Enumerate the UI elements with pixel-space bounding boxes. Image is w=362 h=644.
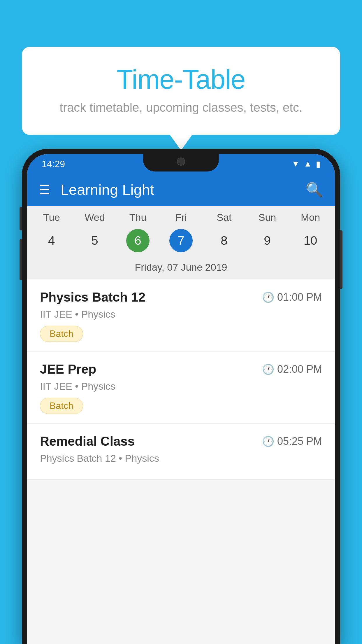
tooltip-subtitle: track timetable, upcoming classes, tests… <box>39 101 323 115</box>
date-8[interactable]: 8 <box>212 229 236 252</box>
dates-row: 4 5 6 7 8 9 10 <box>27 226 335 258</box>
date-cell-4[interactable]: 4 <box>30 229 73 252</box>
weekday-sat: Sat <box>203 212 246 223</box>
batch-badge-2: Batch <box>40 398 83 414</box>
event-header-2: JEE Prep 🕐 02:00 PM <box>40 362 322 377</box>
status-time: 14:29 <box>42 159 65 169</box>
weekday-thu: Thu <box>116 212 159 223</box>
weekdays-row: Tue Wed Thu Fri Sat Sun Mon <box>27 206 335 226</box>
weekday-mon: Mon <box>289 212 332 223</box>
wifi-icon: ▼ <box>292 159 300 169</box>
phone-volume-down-button <box>20 239 22 280</box>
event-title-1: Physics Batch 12 <box>40 290 145 304</box>
event-card-jee-prep[interactable]: JEE Prep 🕐 02:00 PM IIT JEE • Physics Ba… <box>27 351 335 424</box>
clock-icon-2: 🕐 <box>262 363 274 375</box>
phone-camera <box>177 158 185 166</box>
date-10[interactable]: 10 <box>299 229 322 252</box>
event-meta-1: IIT JEE • Physics <box>40 309 322 320</box>
event-title-3: Remedial Class <box>40 434 135 449</box>
date-9[interactable]: 9 <box>256 229 279 252</box>
phone-frame: 14:29 ▼ ▲ ▮ ☰ Learning Light 🔍 Tue Wed T… <box>22 149 340 644</box>
date-cell-8[interactable]: 8 <box>203 229 246 252</box>
selected-date-label: Friday, 07 June 2019 <box>27 258 335 279</box>
hamburger-icon[interactable]: ☰ <box>39 183 50 196</box>
batch-badge-1: Batch <box>40 326 83 342</box>
clock-icon-1: 🕐 <box>262 291 274 303</box>
clock-icon-3: 🕐 <box>262 435 274 447</box>
tooltip-title: Time-Table <box>39 64 323 95</box>
event-meta-3: Physics Batch 12 • Physics <box>40 453 322 464</box>
weekday-fri: Fri <box>159 212 203 223</box>
date-cell-6[interactable]: 6 <box>116 229 159 252</box>
app-title: Learning Light <box>61 181 306 198</box>
weekday-wed: Wed <box>73 212 116 223</box>
date-7-selected[interactable]: 7 <box>169 229 193 252</box>
app-bar: ☰ Learning Light 🔍 <box>27 174 335 206</box>
event-time-3: 🕐 05:25 PM <box>262 435 322 447</box>
signal-icon: ▲ <box>304 159 312 169</box>
weekday-tue: Tue <box>30 212 73 223</box>
phone-screen: 14:29 ▼ ▲ ▮ ☰ Learning Light 🔍 Tue Wed T… <box>27 154 335 644</box>
date-cell-7[interactable]: 7 <box>159 229 203 252</box>
events-list: Physics Batch 12 🕐 01:00 PM IIT JEE • Ph… <box>27 279 335 480</box>
weekday-sun: Sun <box>246 212 289 223</box>
event-time-2: 🕐 02:00 PM <box>262 363 322 375</box>
event-header-1: Physics Batch 12 🕐 01:00 PM <box>40 290 322 304</box>
event-time-1: 🕐 01:00 PM <box>262 291 322 303</box>
phone-power-button <box>340 230 342 289</box>
date-cell-10[interactable]: 10 <box>289 229 332 252</box>
status-icons: ▼ ▲ ▮ <box>292 159 320 169</box>
date-cell-5[interactable]: 5 <box>73 229 116 252</box>
date-4[interactable]: 4 <box>40 229 63 252</box>
event-title-2: JEE Prep <box>40 362 96 377</box>
tooltip-card: Time-Table track timetable, upcoming cla… <box>22 47 340 135</box>
date-6-today[interactable]: 6 <box>126 229 150 252</box>
calendar-section: Tue Wed Thu Fri Sat Sun Mon 4 5 6 <box>27 206 335 279</box>
event-card-physics-batch[interactable]: Physics Batch 12 🕐 01:00 PM IIT JEE • Ph… <box>27 279 335 351</box>
battery-icon: ▮ <box>316 159 320 169</box>
event-meta-2: IIT JEE • Physics <box>40 381 322 392</box>
event-card-remedial[interactable]: Remedial Class 🕐 05:25 PM Physics Batch … <box>27 424 335 480</box>
search-icon[interactable]: 🔍 <box>306 182 323 198</box>
phone-notch <box>143 154 219 172</box>
date-cell-9[interactable]: 9 <box>246 229 289 252</box>
event-header-3: Remedial Class 🕐 05:25 PM <box>40 434 322 449</box>
date-5[interactable]: 5 <box>83 229 106 252</box>
phone-volume-up-button <box>20 207 22 230</box>
